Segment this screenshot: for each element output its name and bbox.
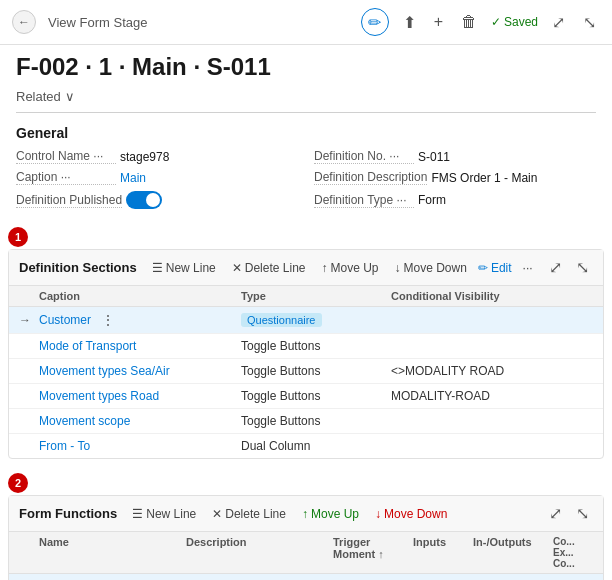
new-line-label: New Line [146,507,196,521]
def-move-down-button[interactable]: ↓ Move Down [390,259,472,277]
delete-button[interactable]: 🗑 [457,11,481,33]
chevron-down-icon: ∨ [65,89,75,104]
row-arrow-icon: → [19,313,39,327]
definition-type-value: Form [418,193,446,207]
edit-button[interactable]: ✏ [361,8,389,36]
func-table-header: Name Description Trigger Moment ↑ Inputs… [9,532,603,574]
definition-sections-header: 1 [0,221,612,249]
table-row: Movement types Road Toggle Buttons MODAL… [9,384,603,409]
delete-line-label: Delete Line [225,507,286,521]
definition-no-label: Definition No. ··· [314,149,414,164]
def-caption-link[interactable]: Mode of Transport [39,339,241,353]
scroll-area: General Control Name ··· stage978 Defini… [0,121,612,580]
caption-label: Caption ··· [16,170,116,185]
def-delete-line-button[interactable]: ✕ Delete Line [227,259,311,277]
definition-published-toggle[interactable] [126,191,162,209]
form-functions-toolbar: Form Functions ☰ New Line ✕ Delete Line … [9,496,603,532]
add-button[interactable]: + [430,11,447,33]
def-right-buttons: ⤢ ⤡ [545,256,593,279]
func-col-extra: Co... Ex... Co... [553,536,593,569]
export-icon: ⤢ [549,504,562,523]
back-button[interactable]: ← [12,10,36,34]
def-caption-link[interactable]: Customer [39,313,91,327]
add-icon: + [434,13,443,31]
table-row: → Create Contact Person ⋮ Add contact Be… [9,574,603,580]
def-row-type: Toggle Buttons [241,414,391,428]
delete-line-label: Delete Line [245,261,306,275]
control-name-label: Control Name ··· [16,149,116,164]
move-down-label: Move Down [384,507,447,521]
delete-line-icon: ✕ [232,261,242,275]
expand-button[interactable]: ⤢ [548,11,569,34]
more-icon: ··· [523,261,533,275]
table-row: Mode of Transport Toggle Buttons [9,334,603,359]
def-caption-link[interactable]: Movement scope [39,414,241,428]
def-row-type: Toggle Buttons [241,339,391,353]
table-row: → Customer ⋮ Questionnaire [9,307,603,334]
definition-no-field: Definition No. ··· S-011 [314,149,596,164]
func-delete-line-button[interactable]: ✕ Delete Line [207,505,291,523]
edit-icon: ✏ [368,13,381,32]
func-col-arrow [19,536,39,569]
def-row-type: Toggle Buttons [241,364,391,378]
definition-desc-value: FMS Order 1 - Main [431,171,537,185]
new-line-label: New Line [166,261,216,275]
delete-icon: 🗑 [461,13,477,31]
form-functions-header: 2 [0,467,612,495]
def-more-button[interactable]: ··· [518,259,538,277]
back-icon: ← [18,15,30,29]
saved-check-icon: ✓ [491,15,501,29]
func-export-button[interactable]: ⤢ [545,502,566,525]
related-bar[interactable]: Related ∨ [0,85,612,112]
related-label: Related [16,89,61,104]
definition-sections-panel: Definition Sections ☰ New Line ✕ Delete … [8,249,604,459]
def-edit-button[interactable]: ✏ Edit [478,261,512,275]
move-up-icon: ↑ [321,261,327,275]
func-move-down-button[interactable]: ↓ Move Down [370,505,452,523]
share-button[interactable]: ⬆ [399,11,420,34]
func-move-up-button[interactable]: ↑ Move Up [297,505,364,523]
move-down-icon: ↓ [375,507,381,521]
func-expand-button[interactable]: ⤡ [572,502,593,525]
def-col-visibility: Conditional Visibility [391,290,593,302]
def-move-up-button[interactable]: ↑ Move Up [316,259,383,277]
share-icon: ⬆ [403,13,416,32]
def-caption-link[interactable]: From - To [39,439,241,453]
def-col-caption: Caption [39,290,241,302]
def-expand-button[interactable]: ⤡ [572,256,593,279]
top-bar: ← View Form Stage ✏ ⬆ + 🗑 ✓ Saved ⤢ ⤡ [0,0,612,45]
new-line-icon: ☰ [152,261,163,275]
def-caption-link[interactable]: Movement types Road [39,389,241,403]
fullscreen-button[interactable]: ⤡ [579,11,600,34]
saved-status: ✓ Saved [491,15,538,29]
expand2-icon: ⤡ [576,504,589,523]
general-fields: Control Name ··· stage978 Definition No.… [0,149,612,221]
def-caption-link[interactable]: Movement types Sea/Air [39,364,241,378]
def-col-arrow [19,290,39,302]
control-name-value: stage978 [120,150,169,164]
type-badge: Questionnaire [241,313,322,327]
page-title: F-002 · 1 · Main · S-011 [0,45,612,85]
top-actions: ✏ ⬆ + 🗑 ✓ Saved ⤢ ⤡ [361,8,600,36]
def-row-visibility: MODALITY-ROAD [391,389,593,403]
func-new-line-button[interactable]: ☰ New Line [127,505,201,523]
def-row-context-menu[interactable]: ⋮ [97,312,119,328]
form-functions-title: Form Functions [19,506,117,521]
move-down-label: Move Down [404,261,467,275]
breadcrumb: View Form Stage [48,15,147,30]
def-row-type: Dual Column [241,439,391,453]
definition-sections-badge: 1 [8,227,28,247]
expand2-icon: ⤡ [576,258,589,277]
def-new-line-button[interactable]: ☰ New Line [147,259,221,277]
func-col-inout: In-/Outputs [473,536,553,569]
func-right-buttons: ⤢ ⤡ [545,502,593,525]
def-row-type: Questionnaire [241,313,391,327]
def-export-button[interactable]: ⤢ [545,256,566,279]
func-col-name: Name [39,536,186,569]
move-up-icon: ↑ [302,507,308,521]
definition-sections-title: Definition Sections [19,260,137,275]
def-row-type: Toggle Buttons [241,389,391,403]
fullscreen-icon: ⤡ [583,13,596,32]
definition-type-label: Definition Type ··· [314,193,414,208]
func-col-trigger: Trigger Moment ↑ [333,536,413,569]
